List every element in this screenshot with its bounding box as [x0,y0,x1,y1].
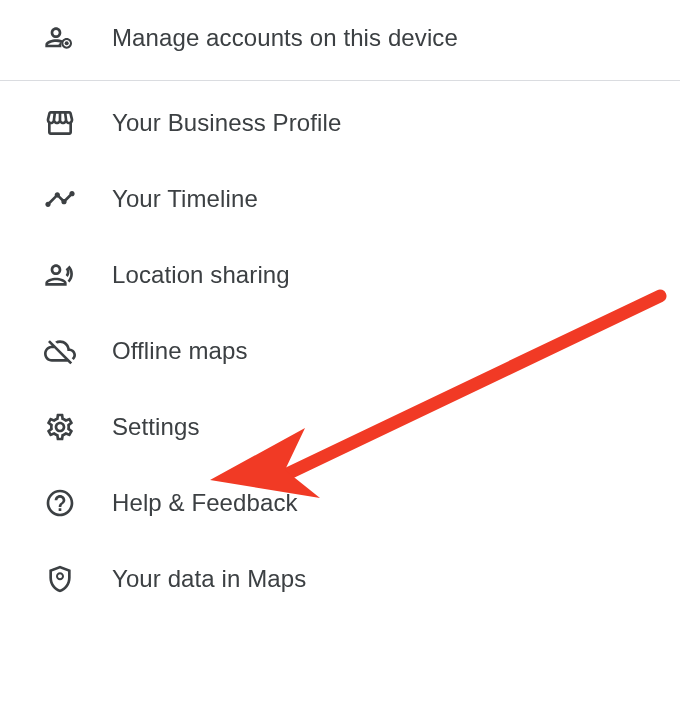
cloud-off-icon [44,335,76,367]
location-sharing-icon [44,259,76,291]
menu-item-label: Your data in Maps [112,565,306,593]
timeline-icon [44,183,76,215]
help-icon [44,487,76,519]
menu-item-label: Settings [112,413,200,441]
menu-item-timeline[interactable]: Your Timeline [0,161,680,237]
menu-item-label: Offline maps [112,337,248,365]
storefront-icon [44,107,76,139]
menu-item-settings[interactable]: Settings [0,389,680,465]
settings-icon [44,411,76,443]
menu-item-business-profile[interactable]: Your Business Profile [0,85,680,161]
privacy-shield-icon [44,563,76,595]
svg-point-0 [65,41,69,45]
menu-item-help-feedback[interactable]: Help & Feedback [0,465,680,541]
manage-accounts-icon [44,22,76,54]
menu-item-label: Your Timeline [112,185,258,213]
menu-item-location-sharing[interactable]: Location sharing [0,237,680,313]
menu-item-label: Help & Feedback [112,489,298,517]
navigation-menu: Manage accounts on this device Your Busi… [0,0,680,617]
menu-item-label: Your Business Profile [112,109,341,137]
menu-item-label: Manage accounts on this device [112,24,458,52]
divider [0,80,680,81]
menu-item-label: Location sharing [112,261,290,289]
menu-item-your-data[interactable]: Your data in Maps [0,541,680,617]
menu-item-manage-accounts[interactable]: Manage accounts on this device [0,0,680,76]
menu-item-offline-maps[interactable]: Offline maps [0,313,680,389]
